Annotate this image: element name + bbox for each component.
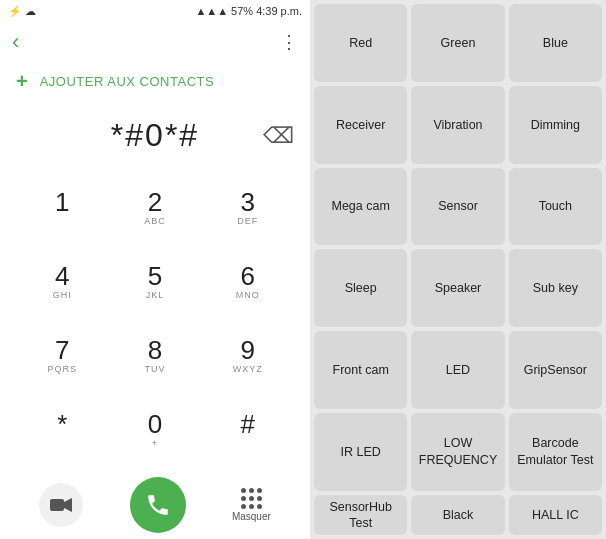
dialed-number-area: *#0*# ⌫ — [0, 101, 310, 162]
dial-key-sub-10: + — [152, 438, 158, 448]
dial-key-0[interactable]: 0+ — [109, 393, 202, 467]
dialpad: 12ABC3DEF4GHI5JKL6MNO7PQRS8TUV9WXYZ*0+# — [0, 162, 310, 475]
plus-icon: + — [16, 70, 28, 93]
test-btn-barcode-emulator-test[interactable]: Barcode Emulator Test — [509, 413, 602, 491]
test-btn-green[interactable]: Green — [411, 4, 504, 82]
dial-key-main-6: 7 — [55, 337, 69, 363]
status-bar: ⚡ ☁ ▲▲▲ 57% 4:39 p.m. — [0, 0, 310, 22]
dial-key-sub-2: DEF — [237, 216, 258, 226]
test-btn-ir-led[interactable]: IR LED — [314, 413, 407, 491]
dial-key-1[interactable]: 1 — [16, 170, 109, 244]
test-btn-front-cam[interactable]: Front cam — [314, 331, 407, 409]
call-button[interactable] — [130, 477, 186, 533]
bottom-bar: Masquer — [0, 475, 310, 539]
dial-key-sub-7: TUV — [144, 364, 165, 374]
time: 4:39 p.m. — [256, 5, 302, 17]
dial-key-5[interactable]: 5JKL — [109, 244, 202, 318]
dial-key-main-2: 3 — [240, 189, 254, 215]
dial-key-main-4: 5 — [148, 263, 162, 289]
back-button[interactable]: ‹ — [12, 29, 19, 55]
test-btn-touch[interactable]: Touch — [509, 168, 602, 246]
test-btn-sub-key[interactable]: Sub key — [509, 249, 602, 327]
video-call-button[interactable] — [39, 483, 83, 527]
add-contact-label: AJOUTER AUX CONTACTS — [40, 74, 214, 89]
backspace-button[interactable]: ⌫ — [263, 123, 294, 149]
dial-key-4[interactable]: 4GHI — [16, 244, 109, 318]
dial-key-#[interactable]: # — [201, 393, 294, 467]
dial-key-main-8: 9 — [240, 337, 254, 363]
dial-key-main-11: # — [240, 411, 254, 437]
svg-marker-1 — [64, 498, 72, 512]
dial-key-sub-3: GHI — [53, 290, 72, 300]
more-options-button[interactable]: ⋮ — [280, 31, 298, 53]
notification-icons: ⚡ ☁ — [8, 5, 36, 18]
signal-icon: ▲▲▲ — [195, 5, 228, 17]
dial-key-main-3: 4 — [55, 263, 69, 289]
test-btn-red[interactable]: Red — [314, 4, 407, 82]
dial-key-2[interactable]: 2ABC — [109, 170, 202, 244]
dial-key-main-1: 2 — [148, 189, 162, 215]
dial-key-main-0: 1 — [55, 189, 69, 215]
test-btn-hall-ic[interactable]: HALL IC — [509, 495, 602, 536]
dial-key-main-9: * — [57, 411, 67, 437]
test-btn-led[interactable]: LED — [411, 331, 504, 409]
test-btn-low-frequency[interactable]: LOW FREQUENCY — [411, 413, 504, 491]
test-btn-dimming[interactable]: Dimming — [509, 86, 602, 164]
dial-key-main-7: 8 — [148, 337, 162, 363]
test-btn-blue[interactable]: Blue — [509, 4, 602, 82]
masquer-dots-icon — [241, 488, 262, 509]
svg-rect-0 — [50, 499, 64, 511]
dial-key-3[interactable]: 3DEF — [201, 170, 294, 244]
dial-key-main-10: 0 — [148, 411, 162, 437]
status-left-icons: ⚡ ☁ — [8, 5, 36, 18]
dialed-number: *#0*# — [20, 117, 290, 154]
dial-key-8[interactable]: 8TUV — [109, 319, 202, 393]
left-panel: ⚡ ☁ ▲▲▲ 57% 4:39 p.m. ‹ ⋮ + AJOUTER AUX … — [0, 0, 310, 539]
dial-key-sub-4: JKL — [146, 290, 165, 300]
masquer-label: Masquer — [232, 511, 271, 522]
test-btn-sleep[interactable]: Sleep — [314, 249, 407, 327]
dial-key-sub-5: MNO — [236, 290, 260, 300]
dial-key-sub-1: ABC — [144, 216, 166, 226]
test-btn-sensorhub-test[interactable]: SensorHub Test — [314, 495, 407, 536]
masquer-button[interactable]: Masquer — [232, 488, 271, 522]
dial-key-6[interactable]: 6MNO — [201, 244, 294, 318]
test-btn-vibration[interactable]: Vibration — [411, 86, 504, 164]
test-btn-mega-cam[interactable]: Mega cam — [314, 168, 407, 246]
battery-level: 57% — [231, 5, 253, 17]
dial-key-*[interactable]: * — [16, 393, 109, 467]
test-btn-speaker[interactable]: Speaker — [411, 249, 504, 327]
add-contact-row[interactable]: + AJOUTER AUX CONTACTS — [0, 62, 310, 101]
dial-key-9[interactable]: 9WXYZ — [201, 319, 294, 393]
test-btn-receiver[interactable]: Receiver — [314, 86, 407, 164]
dial-key-main-5: 6 — [240, 263, 254, 289]
dial-key-sub-6: PQRS — [48, 364, 78, 374]
test-btn-sensor[interactable]: Sensor — [411, 168, 504, 246]
right-panel: RedGreenBlueReceiverVibrationDimmingMega… — [310, 0, 606, 539]
dial-key-sub-8: WXYZ — [233, 364, 263, 374]
status-right: ▲▲▲ 57% 4:39 p.m. — [195, 5, 302, 17]
test-btn-gripsensor[interactable]: GripSensor — [509, 331, 602, 409]
test-btn-black[interactable]: Black — [411, 495, 504, 536]
dial-key-7[interactable]: 7PQRS — [16, 319, 109, 393]
top-bar: ‹ ⋮ — [0, 22, 310, 62]
